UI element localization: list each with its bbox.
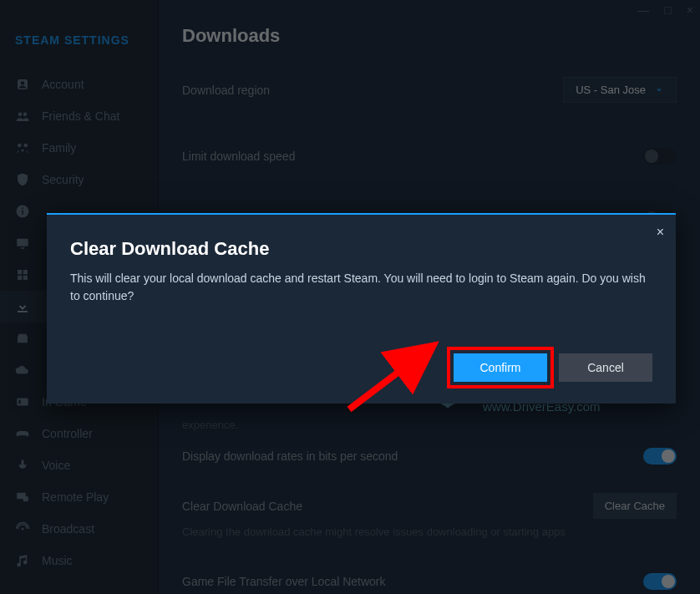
modal-close-button[interactable]: × <box>657 225 664 240</box>
modal-body: This will clear your local download cach… <box>70 270 652 305</box>
confirm-button[interactable]: Confirm <box>454 353 547 382</box>
modal-title: Clear Download Cache <box>70 238 652 260</box>
cancel-button[interactable]: Cancel <box>559 353 652 382</box>
modal-actions: Confirm Cancel <box>70 353 652 382</box>
clear-cache-modal: × Clear Download Cache This will clear y… <box>47 213 676 404</box>
